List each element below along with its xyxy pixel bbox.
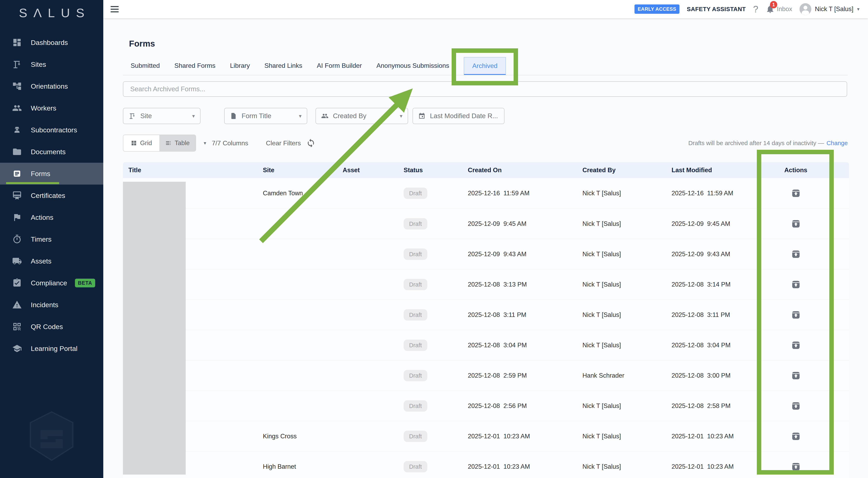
cell-status: Draft [404, 279, 468, 290]
table-row[interactable]: Draft2025-12-08 3:13 PMNick T [Salus]202… [123, 269, 849, 300]
column-header-asset[interactable]: Asset [343, 167, 404, 174]
sidebar-item-compliance[interactable]: ComplianceBETA [0, 272, 103, 294]
form-file-icon [230, 112, 237, 120]
refresh-button[interactable] [306, 135, 315, 151]
table-row[interactable]: Draft2025-12-09 9:45 AMNick T [Salus]202… [123, 208, 849, 239]
sidebar-item-timers[interactable]: Timers [0, 228, 103, 250]
tab-shared-forms[interactable]: Shared Forms [174, 57, 215, 74]
sites-crane-icon [12, 60, 22, 69]
sidebar-item-forms[interactable]: Forms [0, 163, 103, 184]
filter-site[interactable]: Site▾ [123, 108, 200, 124]
tab-ai-form-builder[interactable]: AI Form Builder [317, 57, 362, 74]
sidebar-item-workers[interactable]: Workers [0, 97, 103, 119]
column-header-site[interactable]: Site [263, 167, 343, 174]
forms-icon [12, 169, 22, 178]
unarchive-button[interactable] [791, 189, 801, 198]
forms-table: TitleSiteAssetStatusCreated OnCreated By… [123, 162, 849, 478]
sidebar-item-assets[interactable]: Assets [0, 250, 103, 272]
filter-created-by[interactable]: Created By▾ [315, 108, 408, 124]
unarchive-button[interactable] [791, 280, 801, 289]
table-row[interactable]: Draft2025-12-08 3:04 PMNick T [Salus]202… [123, 330, 849, 360]
sidebar-item-orientations[interactable]: Orientations [0, 75, 103, 97]
cell-status: Draft [404, 400, 468, 412]
search-input[interactable] [123, 81, 847, 97]
sidebar-item-subcontractors[interactable]: Subcontractors [0, 119, 103, 141]
unarchive-button[interactable] [791, 401, 801, 411]
sidebar-item-actions[interactable]: Actions [0, 206, 103, 228]
sidebar-item-dashboards[interactable]: Dashboards [0, 32, 103, 54]
cell-actions [757, 219, 849, 229]
cell-created-by: Hank Schrader [583, 372, 672, 379]
inbox-button[interactable]: 1 Inbox [766, 4, 792, 14]
unarchive-button[interactable] [791, 249, 801, 259]
topbar-right: EARLY ACCESS SAFETY ASSISTANT ? 1 Inbox … [634, 3, 860, 15]
unarchive-button[interactable] [791, 219, 801, 229]
unarchive-button[interactable] [791, 341, 801, 350]
cell-site: High Barnet [263, 463, 343, 470]
table-row[interactable]: High BarnetDraft2025-12-01 10:23 AMNick … [123, 451, 849, 478]
drafts-note: Drafts will be archived after 14 days of… [688, 135, 848, 151]
tab-submitted[interactable]: Submitted [131, 57, 160, 74]
cell-actions [757, 341, 849, 350]
column-header-actions[interactable]: Actions [757, 167, 849, 174]
sidebar-item-sites[interactable]: Sites [0, 54, 103, 75]
tab-anonymous-submissions[interactable]: Anonymous Submissions [376, 57, 449, 74]
help-icon[interactable]: ? [753, 4, 758, 14]
sidebar-item-incidents[interactable]: Incidents [0, 294, 103, 316]
columns-control[interactable]: ▾ 7/7 Columns [204, 135, 248, 151]
drafts-note-text: Drafts will be archived after 14 days of… [688, 140, 824, 146]
table-header: TitleSiteAssetStatusCreated OnCreated By… [123, 162, 849, 178]
cell-created-by: Nick T [Salus] [583, 342, 672, 349]
sidebar-item-label: QR Codes [31, 323, 63, 331]
table-row[interactable]: Draft2025-12-09 9:43 AMNick T [Salus]202… [123, 239, 849, 269]
chevron-down-icon: ▾ [192, 113, 195, 119]
table-row[interactable]: Draft2025-12-08 2:59 PMHank Schrader2025… [123, 360, 849, 390]
grid-view-button[interactable]: Grid [123, 135, 159, 151]
inbox-label: Inbox [777, 5, 792, 13]
sidebar-item-learning-portal[interactable]: Learning Portal [0, 338, 103, 360]
sidebar-item-documents[interactable]: Documents [0, 141, 103, 163]
unarchive-button[interactable] [791, 310, 801, 319]
sidebar-item-label: Incidents [31, 301, 58, 309]
tab-label: AI Form Builder [317, 62, 362, 69]
safety-assistant-button[interactable]: SAFETY ASSISTANT [687, 6, 746, 12]
unarchive-button[interactable] [791, 462, 801, 471]
column-header-status[interactable]: Status [404, 167, 468, 174]
clear-filters-button[interactable]: Clear Filters [266, 135, 301, 151]
cell-created-by: Nick T [Salus] [583, 433, 672, 440]
cell-actions [757, 189, 849, 198]
table-view-button[interactable]: Table [159, 135, 196, 151]
filter-last-modified-date-r[interactable]: Last Modified Date R... [412, 108, 504, 124]
table-row[interactable]: Draft2025-12-08 2:56 PMNick T [Salus]202… [123, 390, 849, 421]
tab-archived[interactable]: Archived [464, 57, 506, 75]
orientations-icon [12, 81, 22, 91]
redacted-title-block [123, 182, 186, 475]
tab-shared-links[interactable]: Shared Links [265, 57, 302, 74]
filter-form-title[interactable]: Form Title▾ [224, 108, 307, 124]
unarchive-button[interactable] [791, 371, 801, 380]
filter-row: Site▾Form Title▾Created By▾Last Modified… [123, 108, 504, 124]
column-header-created-by[interactable]: Created By [583, 167, 672, 174]
filter-label: Form Title [242, 112, 271, 120]
status-badge: Draft [404, 218, 427, 230]
tab-library[interactable]: Library [230, 57, 250, 74]
column-header-created-on[interactable]: Created On [468, 167, 583, 174]
table-row[interactable]: Kings CrossDraft2025-12-01 10:23 AMNick … [123, 421, 849, 451]
tabs: SubmittedShared FormsLibraryShared Links… [131, 57, 506, 75]
sidebar-item-label: Sites [31, 61, 46, 68]
assets-truck-icon [12, 256, 22, 266]
sidebar-item-certificates[interactable]: Certificates [0, 184, 103, 206]
tab-label: Library [230, 62, 250, 69]
column-header-last-modified[interactable]: Last Modified [672, 167, 757, 174]
certificates-icon [12, 191, 22, 200]
table-row[interactable]: Draft2025-12-08 3:11 PMNick T [Salus]202… [123, 300, 849, 330]
sidebar-item-qr-codes[interactable]: QR Codes [0, 316, 103, 338]
user-name: Nick T [Salus] [815, 5, 854, 13]
change-link[interactable]: Change [827, 140, 848, 146]
unarchive-button[interactable] [791, 432, 801, 441]
cell-actions [757, 371, 849, 380]
menu-toggle-button[interactable] [111, 6, 119, 12]
table-row[interactable]: Camden TownDraft2025-12-16 11:59 AMNick … [123, 178, 849, 208]
column-header-title[interactable]: Title [123, 167, 263, 174]
user-menu[interactable]: Nick T [Salus] ▾ [800, 3, 860, 15]
